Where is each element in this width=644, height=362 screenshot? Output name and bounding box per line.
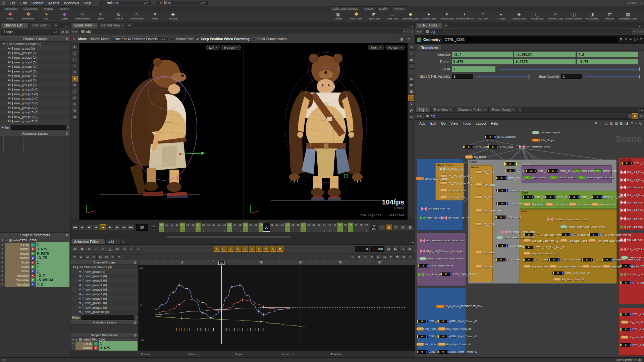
display-option-icon[interactable]: ⊟: [382, 254, 387, 259]
snap-icon[interactable]: ◈: [72, 108, 78, 113]
select-icon[interactable]: ◇: [72, 51, 78, 56]
ladder-icon[interactable]: ⇅: [639, 53, 642, 56]
edit-icon[interactable]: ⊐: [85, 254, 90, 259]
network-node[interactable]: Rig_Left_Pinky_02: [621, 336, 644, 339]
channel-group-row[interactable]: ⋈ ∫ new_group10 (0): [70, 310, 138, 314]
flag-icon[interactable]: ⋈: [8, 56, 11, 59]
network-toolbar-icon[interactable]: ☰: [599, 121, 602, 125]
anim-toolbar-icon[interactable]: ◇: [100, 246, 106, 252]
main-right-label[interactable]: ⊕ Main: [627, 1, 637, 5]
new-tab-button[interactable]: +: [127, 22, 132, 28]
shelf-tab[interactable]: Deform: [57, 6, 72, 11]
stop-button[interactable]: ■: [100, 224, 106, 230]
network-menu-item[interactable]: Help: [488, 121, 500, 125]
footer-field-value[interactable]: ····: [245, 353, 249, 356]
network-node[interactable]: Null_Left_Foot_Mid: [621, 208, 644, 212]
channel-group-row[interactable]: ⋈ ∫ new_group (0): [70, 269, 138, 274]
anim-toolbar-hot-icon[interactable]: ⌗: [263, 246, 269, 252]
network-node[interactable]: CTRL_Right_Thumb_01: [438, 320, 477, 323]
network-node[interactable]: CTRL_Left_Pinky_01: [620, 313, 644, 316]
tab-tree-view[interactable]: Tree View▾: [29, 22, 53, 28]
network-node[interactable]: CTRL_Right_Arm_IK: [418, 264, 453, 267]
anim-toolbar-icon[interactable]: ▧: [114, 246, 120, 252]
pin-icon[interactable]: ✛: [71, 342, 74, 345]
chevron-down-icon[interactable]: ▾: [629, 114, 631, 118]
pin-icon[interactable]: ⊹: [636, 30, 639, 33]
gear-icon[interactable]: ⚙: [134, 321, 137, 324]
network-node[interactable]: Rig_Right_Bear_Arm_01: [588, 239, 625, 243]
scoped-parameter-row[interactable]: ✛ Scale Z 1: [0, 269, 70, 274]
status-grid-icon[interactable]: [3, 359, 6, 361]
shelf-tab[interactable]: Lights and Cameras: [329, 6, 361, 11]
scoped-parameter-row[interactable]: ✛ Rotate Y 0.9375: [0, 251, 70, 256]
channel-group-row[interactable]: ⋈ ∫ new_group2 (0): [0, 51, 70, 55]
auto-key-icon[interactable]: ◉: [386, 225, 392, 230]
network-box[interactable]: [619, 233, 644, 304]
handle-scope-dropdown[interactable]: One For All Selected Objects▲▼: [112, 36, 168, 42]
channel-group-row[interactable]: ⋈ ∫ new_group7 (0): [0, 73, 70, 78]
channel-group-row[interactable]: ⋈ ∫ new_group4 (0): [0, 60, 70, 64]
network-node[interactable]: Rig_UpperChest: [475, 209, 502, 213]
viewport-left[interactable]: Left▾ No cam▾: [79, 43, 244, 220]
flag-icon[interactable]: ⋈: [73, 265, 76, 268]
network-menu-item[interactable]: Edit: [428, 121, 439, 125]
scoped-parameter-row[interactable]: ✛ Scale X 1: [0, 260, 70, 264]
network-node[interactable]: Left_null_Reference_Local_Arm: [621, 247, 644, 251]
network-node[interactable]: pathcv_UpperChest_end: [577, 176, 614, 179]
chevron-down-icon[interactable]: ▾: [67, 126, 69, 129]
flag-icon[interactable]: ⋈: [8, 65, 11, 68]
anim-toolbar-icon[interactable]: ∑: [107, 246, 113, 252]
light-icon[interactable]: ✱: [408, 82, 414, 88]
network-node[interactable]: null_Right_Leg: [440, 167, 463, 171]
network-node[interactable]: Left_Arm_goal: [621, 273, 643, 277]
network-node[interactable]: Rig_Right_Thumb_01: [438, 327, 471, 331]
shelf-tool[interactable]: ▢ Portal Light: [529, 11, 546, 20]
network-node[interactable]: CTRL_Left_Arm_IK: [620, 264, 644, 267]
shelf-tool[interactable]: ○ Ambient Light: [547, 11, 564, 20]
network-node[interactable]: null_Right_Foot_Fix: [421, 207, 450, 211]
shelf-tool[interactable]: ◓ Sky Light: [474, 11, 492, 20]
flag-icon[interactable]: ⋈: [78, 301, 81, 304]
channel-group-row[interactable]: ⋈ ∫ new_group8 (0): [70, 301, 138, 305]
network-node[interactable]: Rig_Left_Bear_Arm_02: [523, 252, 558, 255]
network-menu-item[interactable]: View: [448, 121, 461, 125]
shelf-tool[interactable]: ◒ GI Light: [492, 11, 510, 20]
shelf-tool[interactable]: ∿ Lag: [38, 11, 55, 20]
scoped-parameter-row[interactable]: ✛ Translate X -2.7: [0, 274, 70, 278]
back-icon[interactable]: ◀: [416, 30, 419, 33]
flag-icon[interactable]: ⋈: [8, 47, 11, 50]
pane-menu-icon[interactable]: ▾: [67, 25, 69, 28]
anim-toolbar-hot-icon[interactable]: ∿: [214, 246, 220, 252]
camera-icon[interactable]: ▣: [408, 89, 414, 94]
tab-tree-view[interactable]: Tree View▾: [430, 107, 454, 112]
graph-editor[interactable]: 15304560759030 20 0 -20: [139, 260, 415, 351]
network-node[interactable]: CTRL_COG: [505, 162, 531, 166]
shelf-tool[interactable]: ◈ Surface: [164, 11, 182, 20]
network-node[interactable]: CTRL_ROOT: [463, 145, 490, 148]
display-option-icon[interactable]: ✚: [394, 254, 400, 259]
camera-selector[interactable]: No cam▾: [221, 45, 240, 50]
pin-icon[interactable]: ✛: [1, 256, 4, 259]
network-node[interactable]: Rig_Left_Skirt: [591, 203, 616, 206]
scoped-parameter-row[interactable]: ✛ Scale Y 1: [0, 265, 70, 269]
path-field[interactable]: obj: [424, 29, 632, 34]
pin-icon[interactable]: ✛: [1, 252, 4, 255]
target-icon[interactable]: ◎: [411, 30, 413, 33]
parameter-z-field[interactable]: -3.75: [577, 59, 638, 64]
prev-frame-button[interactable]: ◀|: [86, 224, 92, 230]
shelf-tool[interactable]: ◆ Geometry Light: [402, 11, 419, 20]
gear-icon[interactable]: ⚙: [66, 132, 69, 135]
playbar-options-icon[interactable]: ▦: [407, 225, 413, 230]
network-node[interactable]: Rig_Right_Toe: [440, 196, 465, 199]
pin-icon[interactable]: ✛: [1, 248, 4, 251]
pane-menu-icon[interactable]: ▾: [412, 25, 413, 28]
network-canvas[interactable]: Scene: [415, 128, 644, 357]
tab-character-picker[interactable]: Character Picker▾: [455, 107, 489, 112]
flag-icon[interactable]: ⋈: [8, 115, 11, 118]
tab-obj[interactable]: /obj×: [105, 239, 120, 244]
flag-icon[interactable]: ⋈: [8, 120, 11, 123]
flag-icon[interactable]: ⋈: [8, 106, 11, 109]
display-option-icon[interactable]: ?: [407, 254, 413, 259]
network-toolbar-icon[interactable]: ⊕: [630, 121, 633, 125]
network-node[interactable]: Rig_Jaw: [475, 265, 493, 268]
